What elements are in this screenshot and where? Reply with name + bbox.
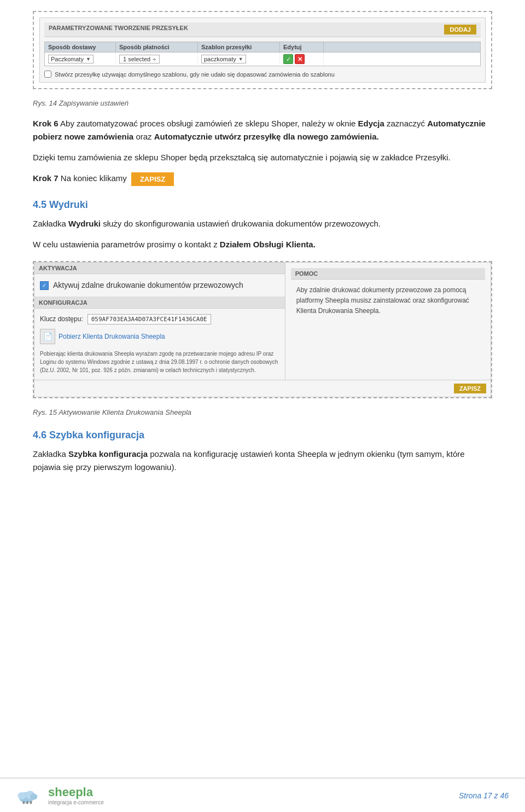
krok7-text: Na koniec klikamy <box>61 173 129 183</box>
paragraph1: Dzięki temu zamówienia ze sklepu Shoper … <box>33 151 492 164</box>
cell-sposob: Paczkomaty ▼ <box>45 53 116 65</box>
pomoc-content: Aby zdalnie drukować dokumenty przewozow… <box>291 280 485 322</box>
krok6-text3: oraz <box>136 132 154 141</box>
download-icon: 📄 <box>40 329 55 344</box>
ok-icon[interactable]: ✓ <box>283 54 293 64</box>
download-link[interactable]: 📄 Pobierz Klienta Drukowania Sheepla <box>40 329 279 344</box>
wydruki-bold2: Działem Obsługi Klienta. <box>220 240 316 249</box>
wydruki-bold1: Wydruki <box>68 219 101 228</box>
szablon-select[interactable]: paczkomaty ▼ <box>201 55 246 63</box>
section46-number: 4.6 <box>33 430 46 440</box>
panel-bottom-bar: ZAPISZ <box>34 380 491 397</box>
svg-rect-5 <box>26 801 28 804</box>
col-header-szablon: Szablon przesyłki <box>198 42 280 52</box>
logo-icon <box>16 786 44 805</box>
szybka-bold: Szybka konfiguracja <box>68 449 148 459</box>
wydruki-text1: Zakładka <box>33 219 66 228</box>
krok6-paragraph: Krok 6 Aby zautomatyzować proces obsługi… <box>33 117 492 143</box>
wydruki-panel: AKTYWACJA ✓ Aktywuj zdalne drukowanie do… <box>33 261 492 398</box>
krok6-text: Aby zautomatyzować proces obsługi zamówi… <box>60 119 358 128</box>
legal-text: Pobierając klienta drukowania Sheepla wy… <box>40 350 279 374</box>
activation-checkbox[interactable]: ✓ <box>40 281 49 290</box>
svg-point-3 <box>30 793 37 800</box>
sposob-arrow: ▼ <box>86 56 91 62</box>
cell-edytuj: ✓ ✕ <box>280 53 324 66</box>
zapisz-button[interactable]: ZAPISZ <box>131 172 174 186</box>
section45-heading: 4.5 Wydruki <box>33 199 492 211</box>
section46-heading: 4.6 Szybka konfiguracja <box>33 430 492 441</box>
default-template-checkbox[interactable] <box>44 71 51 78</box>
sposob-select[interactable]: Paczkomaty ▼ <box>48 55 94 63</box>
col-header-platnosc: Sposób płatności <box>116 42 198 52</box>
krok7-paragraph: Krok 7 Na koniec klikamy ZAPISZ <box>33 172 492 186</box>
cell-szablon: paczkomaty ▼ <box>198 53 280 65</box>
krok6-text2: zaznaczyć <box>387 119 427 128</box>
konfiguracja-label: KONFIGURACJA <box>34 297 285 309</box>
klucz-label: Klucz dostępu: <box>40 315 83 323</box>
krok6-bold1: Edycja <box>358 119 384 128</box>
checkbox-label: Stwórz przesyłkę używając domyślnego sza… <box>55 71 335 78</box>
panel-title-bar: PARAMETRYZOWANE TWORZENIE PRZESYŁEK DODA… <box>44 22 481 37</box>
konfiguracja-section: KONFIGURACJA Klucz dostępu: 059AF703EA3A… <box>34 297 285 380</box>
cell-platnosc: 1 selected ÷ <box>116 53 198 65</box>
wydruki-para2: W celu ustawienia parametrów prosimy o k… <box>33 238 492 251</box>
pomoc-text: Aby zdalnie drukować dokumenty przewozow… <box>296 285 480 317</box>
szablon-arrow: ▼ <box>238 56 243 62</box>
add-button[interactable]: DODAJ <box>444 25 476 34</box>
table-header: Sposób dostawy Sposób płatności Szablon … <box>44 42 481 53</box>
figure1-caption: Rys. 14 Zapisywanie ustawień <box>33 99 492 107</box>
krok6-bold3: Automatycznie utwórz przesyłkę dla noweg… <box>154 132 379 141</box>
figure2-caption: Rys. 15 Aktywowanie Klienta Drukowania S… <box>33 408 492 416</box>
platnosc-arrow: ÷ <box>153 56 156 62</box>
konfiguracja-row: Klucz dostępu: 059AF703EA3A4D07A3FCE41F1… <box>34 309 285 380</box>
col-header-edytuj: Edytuj <box>280 42 324 52</box>
footer-page-number: Strona 17 z 46 <box>459 791 509 800</box>
aktywacja-label: AKTYWACJA <box>34 263 285 274</box>
cancel-icon[interactable]: ✕ <box>295 54 305 64</box>
logo-sub: integracja e-commerce <box>48 799 104 805</box>
panel-title: PARAMETRYZOWANE TWORZENIE PRZESYŁEK <box>49 25 188 31</box>
krok6-label: Krok 6 <box>33 119 59 128</box>
checkbox-row: Stwórz przesyłkę używając domyślnego sza… <box>44 71 481 78</box>
wydruki-para1: Zakładka Wydruki służy do skonfigurowani… <box>33 217 492 230</box>
wydruki-text-rest: służy do skonfigurowania ustawień drukow… <box>103 219 381 228</box>
table-row: Paczkomaty ▼ 1 selected ÷ paczkomaty ▼ <box>44 53 481 66</box>
edit-icons: ✓ ✕ <box>283 54 320 64</box>
szybka-para: Zakładka Szybka konfiguracja pozwala na … <box>33 448 492 474</box>
logo-text: sheepla <box>48 785 104 799</box>
two-col-layout: AKTYWACJA ✓ Aktywuj zdalne drukowanie do… <box>34 263 491 380</box>
activation-text: Aktywuj zdalne drukowanie dokumentów prz… <box>53 281 243 289</box>
klucz-row: Klucz dostępu: 059AF703EA3A4D07A3FCE41F1… <box>40 314 279 324</box>
pomoc-label: POMOC <box>291 268 485 280</box>
krok7-label: Krok 7 <box>33 173 59 183</box>
download-link-text: Pobierz Klienta Drukowania Sheepla <box>59 333 165 340</box>
section45-number: 4.5 <box>33 199 46 210</box>
left-column: AKTYWACJA ✓ Aktywuj zdalne drukowanie do… <box>34 263 285 380</box>
platnosc-selected[interactable]: 1 selected ÷ <box>119 55 160 63</box>
panel-zapisz-button[interactable]: ZAPISZ <box>454 384 486 393</box>
svg-rect-4 <box>23 801 25 804</box>
activation-row: ✓ Aktywuj zdalne drukowanie dokumentów p… <box>34 274 285 297</box>
top-ui-panel: PARAMETRYZOWANE TWORZENIE PRZESYŁEK DODA… <box>33 11 492 89</box>
svg-rect-6 <box>30 801 32 804</box>
col-header-sposob: Sposób dostawy <box>45 42 116 52</box>
right-column: POMOC Aby zdalnie drukować dokumenty prz… <box>285 263 491 380</box>
svg-point-1 <box>18 792 26 799</box>
klucz-value: 059AF703EA3A4D07A3FCE41F1436CA0E <box>88 314 211 324</box>
page-footer: sheepla integracja e-commerce Strona 17 … <box>0 778 525 812</box>
footer-logo: sheepla integracja e-commerce <box>16 785 104 805</box>
